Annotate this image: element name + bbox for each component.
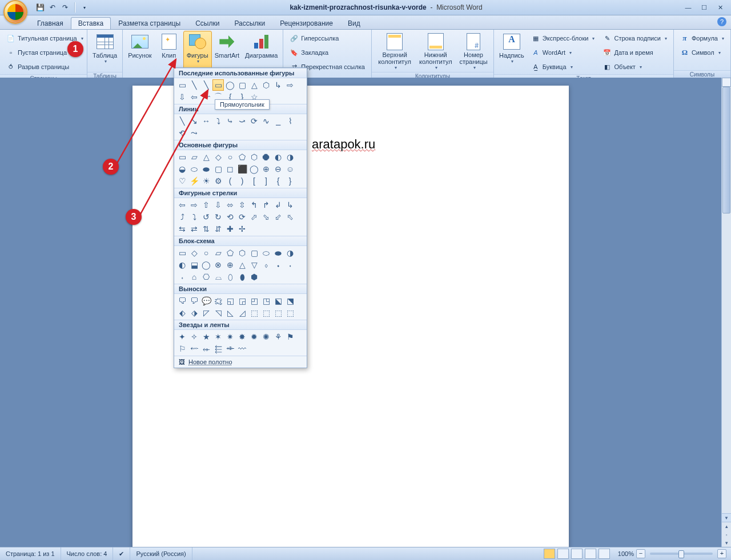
symbol-button[interactable]: ΩСимвол	[677, 46, 727, 59]
tab-mailings[interactable]: Рассылки	[227, 17, 272, 29]
browse-object-button[interactable]: ◦	[722, 531, 731, 539]
shape-item[interactable]: ✢	[236, 223, 248, 235]
signature-button[interactable]: ✎Строка подписи	[600, 31, 669, 45]
shape-item[interactable]: 🗯	[212, 295, 224, 307]
dropcap-button[interactable]: A̲Буквица	[528, 60, 598, 74]
shape-item[interactable]: ⬕	[272, 295, 284, 307]
shapes-dropdown[interactable]: Последние использованные фигуры ▭╲╲ ▭ ◯▢…	[174, 67, 307, 368]
shape-item[interactable]: △	[236, 259, 248, 271]
redo-icon[interactable]: ↷	[61, 3, 70, 12]
scroll-thumb[interactable]	[722, 87, 730, 213]
chart-button[interactable]: Диаграмма	[242, 31, 280, 72]
shape-item[interactable]: ◯	[224, 79, 236, 91]
view-print-layout[interactable]	[544, 549, 555, 559]
shape-item[interactable]: ◯	[200, 259, 212, 271]
shape-item[interactable]: ↲	[272, 199, 284, 211]
shape-item[interactable]: ⇨	[284, 79, 296, 91]
shape-item[interactable]: ⟲	[176, 127, 188, 139]
shape-item[interactable]: ⎯	[272, 115, 284, 127]
shape-item[interactable]: △	[200, 151, 212, 163]
shape-item[interactable]: ⌓	[212, 271, 224, 283]
shape-item[interactable]: ✸	[236, 331, 248, 343]
shape-item[interactable]: ⟲	[224, 211, 236, 223]
shape-item[interactable]: ⟳	[236, 211, 248, 223]
shape-item[interactable]: ◇	[212, 151, 224, 163]
tab-insert[interactable]: Вставка	[71, 17, 111, 29]
help-icon[interactable]: ?	[717, 17, 726, 26]
wordart-button[interactable]: AWordArt	[528, 46, 598, 59]
shape-item[interactable]: ▱	[212, 247, 224, 259]
shape-item[interactable]: ✷	[224, 331, 236, 343]
shape-item[interactable]: ↺	[200, 211, 212, 223]
shape-item[interactable]: ⚙	[212, 175, 224, 187]
shape-item[interactable]: ⬔	[284, 295, 296, 307]
shape-item[interactable]: ▱	[188, 151, 200, 163]
shape-item[interactable]: ⬖	[176, 307, 188, 319]
shape-item[interactable]: ✚	[224, 223, 236, 235]
maximize-button[interactable]: ☐	[697, 2, 712, 13]
shape-item[interactable]: ○	[200, 247, 212, 259]
shape-item[interactable]: ∿	[260, 115, 272, 127]
shape-item[interactable]: ✦	[176, 331, 188, 343]
shape-item[interactable]: △	[248, 79, 260, 91]
shape-item[interactable]: ⬡	[236, 247, 248, 259]
shape-item[interactable]: ▢	[212, 163, 224, 175]
status-page[interactable]: Страница: 1 из 1	[0, 547, 61, 560]
shape-item[interactable]: ▢	[248, 247, 260, 259]
shape-item[interactable]: ✺	[260, 331, 272, 343]
shape-item[interactable]: ⇆	[176, 223, 188, 235]
shape-item[interactable]: ↘	[188, 115, 200, 127]
vertical-scrollbar[interactable]: ▲ ▼ ▴ ◦ ▾	[721, 78, 731, 547]
shape-item[interactable]: ◐	[272, 151, 284, 163]
status-words[interactable]: Число слов: 4	[61, 547, 114, 560]
shape-item[interactable]: ◑	[284, 151, 296, 163]
shape-rectangle[interactable]: ▭	[212, 79, 224, 91]
shape-item[interactable]: ◸	[200, 307, 212, 319]
shape-item[interactable]: ◲	[236, 295, 248, 307]
quickparts-button[interactable]: ▦Экспресс-блоки	[528, 31, 598, 45]
shape-item[interactable]: ⬚	[248, 307, 260, 319]
shape-item[interactable]: ⬀	[248, 211, 260, 223]
shape-item[interactable]: ⊗	[212, 259, 224, 271]
shape-item[interactable]: ⬯	[224, 271, 236, 283]
shape-item[interactable]: ⤻	[236, 115, 248, 127]
shape-item[interactable]: ⤵	[212, 115, 224, 127]
shape-item[interactable]: ⬩	[272, 259, 284, 271]
smartart-button[interactable]: SmartArt	[212, 31, 242, 72]
shapes-new-canvas[interactable]: 🖼 Новое полотно	[174, 356, 307, 368]
shape-item[interactable]: ⇵	[212, 223, 224, 235]
shape-item[interactable]: ⚘	[272, 331, 284, 343]
shape-item[interactable]: ↳	[284, 199, 296, 211]
shape-item[interactable]: {	[272, 175, 284, 187]
view-web[interactable]	[571, 549, 583, 559]
status-spellcheck[interactable]: ✔	[113, 547, 130, 560]
shape-item[interactable]: 〰	[236, 343, 248, 354]
shape-item[interactable]: ⚐	[176, 343, 188, 354]
shape-item[interactable]: ⤵	[188, 211, 200, 223]
shape-item[interactable]: ◯	[248, 163, 260, 175]
shape-item[interactable]: ⬓	[188, 259, 200, 271]
shape-item[interactable]: ▭	[176, 247, 188, 259]
undo-icon[interactable]: ↶	[48, 3, 57, 12]
shape-item[interactable]: ⚑	[284, 331, 296, 343]
shape-item[interactable]: ☺	[284, 163, 296, 175]
shape-item[interactable]: ⬚	[260, 307, 272, 319]
shape-item[interactable]: ⬱	[212, 343, 224, 354]
zoom-out-button[interactable]: −	[636, 549, 645, 558]
shape-item[interactable]: ╲	[188, 79, 200, 91]
next-page-button[interactable]: ▾	[722, 539, 731, 547]
page-break-button[interactable]: ⥀Разрыв страницы	[3, 60, 86, 74]
tab-review[interactable]: Рецензирование	[272, 17, 340, 29]
shape-item[interactable]: ◑	[284, 247, 296, 259]
shape-item[interactable]: ⇳	[236, 199, 248, 211]
shape-item[interactable]: ↳	[272, 79, 284, 91]
shape-item[interactable]: ⬚	[272, 307, 284, 319]
shape-item[interactable]: ⬰	[200, 343, 212, 354]
shape-item[interactable]: ⬳	[188, 343, 200, 354]
shape-item[interactable]: ⬠	[236, 151, 248, 163]
shape-item[interactable]: ⇦	[188, 91, 200, 103]
shape-item[interactable]: ╲	[200, 79, 212, 91]
shape-item[interactable]: ⬃	[272, 211, 284, 223]
shape-item[interactable]: ○	[224, 151, 236, 163]
shape-item[interactable]: ⌂	[188, 271, 200, 283]
